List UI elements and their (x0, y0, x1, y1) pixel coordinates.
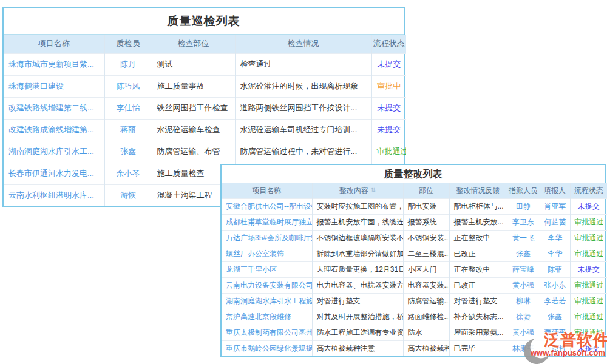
link-cell[interactable]: 龙湖三千里小区 (222, 261, 312, 277)
cell: 铁丝网围挡工作检查 (152, 97, 235, 119)
cell: 防腐管运输过程中，未对管进行... (235, 141, 371, 163)
cell: 电力电容器、电抗器安装方案... (312, 277, 403, 293)
link-cell[interactable]: 改建铁路成渝线增建第... (4, 119, 104, 141)
status-cell[interactable]: 未提交 (371, 53, 406, 75)
link-cell[interactable]: 徐贤 (507, 309, 540, 325)
cell: 不锈钢安装... (403, 230, 449, 246)
rectification-table: 项目名称整改内容⇅部位整改情况反馈指派人员填报人流程状态 安徽合肥供电公司--配… (222, 183, 607, 356)
table-row: 安徽合肥供电公司--配电设备...安装时应按施工图的布置，将...配电安装配电柜… (222, 198, 607, 214)
column-header: 整改情况反馈 (449, 183, 507, 198)
cell: 安装时应按施工图的布置，将... (312, 198, 403, 214)
cell: 检查通过 (235, 53, 371, 75)
link-cell[interactable]: 李华 (540, 230, 570, 246)
status-cell[interactable]: 未提交 (570, 261, 607, 277)
link-cell[interactable]: 田静 (507, 198, 540, 214)
cell: 路面维修检... (403, 309, 449, 325)
status-cell[interactable]: 未提交 (371, 97, 406, 119)
inspection-table-title: 质量巡检列表 (4, 8, 404, 35)
status-cell[interactable]: 审批通过 (570, 325, 607, 340)
cell: 配电柜柜体与... (449, 198, 507, 214)
link-cell[interactable]: 余小琴 (104, 163, 152, 184)
link-cell[interactable]: 游恢 (104, 184, 152, 206)
link-cell[interactable]: 螺丝厂办公室装饰 (222, 246, 312, 261)
table-row: 湖南洞庭湖水库引水工程施工标对管进行垫支防腐管运输...对管进行垫支柳琳李若若审… (222, 293, 607, 309)
rectification-table-title: 质量整改列表 (222, 165, 605, 183)
link-cell[interactable]: 李华 (540, 246, 570, 261)
link-cell[interactable]: 珠海鹤港口建设 (4, 75, 104, 97)
link-cell[interactable]: 改建铁路线增建第二线... (4, 97, 104, 119)
link-cell[interactable]: 陈菲 (540, 261, 570, 277)
link-cell[interactable]: 安徽合肥供电公司--配电设备... (222, 198, 312, 214)
link-cell[interactable]: 珠海市城市更新项目紫... (4, 53, 104, 75)
link-cell[interactable]: 湖南洞庭湖水库引水工... (4, 141, 104, 163)
status-cell[interactable]: 审批通过 (570, 277, 607, 293)
status-cell[interactable]: 未提交 (570, 340, 607, 356)
link-cell[interactable]: 湖南洞庭湖水库引水工程施工标 (222, 293, 312, 309)
link-cell[interactable]: 京沪高速北京段维修 (222, 309, 312, 325)
column-header: 流程状态 (371, 35, 406, 53)
column-header: 检查情况 (235, 35, 371, 53)
link-cell[interactable]: 何芷茵 (540, 214, 570, 230)
link-cell[interactable]: 陈巧凤 (104, 75, 152, 97)
status-cell[interactable]: 审批通过 (570, 309, 607, 325)
cell: 对其及时开展整治措施，桥头... (312, 309, 403, 325)
table-row: 云南电力设备安装有限公司20...电力电容器、电抗器安装方案...电容器安装..… (222, 277, 607, 293)
status-cell[interactable]: 审批通过 (570, 293, 607, 309)
column-header: 部位 (403, 183, 449, 198)
cell: 报警主机安放牢固，线缆连接... (312, 214, 403, 230)
link-cell[interactable]: 黄一飞 (507, 230, 540, 246)
table-row: 珠海鹤港口建设陈巧凤施工质量事故水泥砼灌注的时候，出现离析现象审批中 (4, 75, 406, 97)
link-cell[interactable]: 蒋丽 (104, 119, 152, 141)
link-cell[interactable]: 肖亚军 (540, 198, 570, 214)
cell: 已改正 (449, 246, 507, 261)
cell: 报警主机安放... (449, 214, 507, 230)
link-cell[interactable]: 黄小强 (507, 325, 540, 340)
cell: 小区大门 (403, 261, 449, 277)
link-cell[interactable]: 范思哲 (540, 340, 570, 356)
link-cell[interactable]: 柳琳 (507, 293, 540, 309)
status-cell[interactable]: 审批通过 (570, 246, 607, 261)
link-cell[interactable]: 张鑫 (104, 141, 152, 163)
cell: 屋面采用聚氨... (449, 325, 507, 340)
status-cell[interactable]: 未提交 (570, 198, 607, 214)
status-cell[interactable]: 审批中 (371, 75, 406, 97)
link-cell[interactable]: 张鑫 (540, 309, 570, 325)
quality-rectification-table-card: 质量整改列表 项目名称整改内容⇅部位整改情况反馈指派人员填报人流程状态 安徽合肥… (220, 164, 606, 357)
table-row: 螺丝厂办公室装饰拆除到承重墙部分请做好加固...二至三楼混...已改正张鑫李华审… (222, 246, 607, 261)
link-cell[interactable]: 成都杜甫草堂临时展厅独立展... (222, 214, 312, 230)
cell: 防水工程施工选调有专业资质... (312, 325, 403, 340)
link-cell[interactable]: 李若若 (540, 293, 570, 309)
link-cell[interactable]: 重庆市鹅岭公园绿化景观提升... (222, 340, 312, 356)
inspection-header-row: 项目名称质检员检查部位检查情况流程状态 (4, 35, 406, 53)
status-cell[interactable]: 未提交 (371, 119, 406, 141)
table-row: 京沪高速北京段维修对其及时开展整治措施，桥头...路面维修检...补齐缺失标志.… (222, 309, 607, 325)
status-cell[interactable]: 审批通过 (570, 214, 607, 230)
sort-icon[interactable]: ⇅ (371, 187, 376, 194)
column-header[interactable]: 整改内容⇅ (312, 183, 403, 198)
status-cell[interactable]: 审批通过 (371, 141, 406, 163)
status-cell[interactable]: 审批通过 (570, 230, 607, 246)
link-cell[interactable]: 李佳怡 (104, 97, 152, 119)
cell: 对管进行垫支 (312, 293, 403, 309)
link-cell[interactable]: 李卫东 (507, 214, 540, 230)
link-cell[interactable]: 董清平 (540, 325, 570, 340)
cell: 电容器安装... (403, 277, 449, 293)
link-cell[interactable]: 张鑫 (507, 246, 540, 261)
cell: 拆除到承重墙部分请做好加固... (312, 246, 403, 261)
link-cell[interactable]: 长春市伊通河水力发电... (4, 163, 104, 184)
cell: 对管进行垫支 (449, 293, 507, 309)
link-cell[interactable]: 林康平 (507, 340, 540, 356)
cell: 大理石质量更换，12月31日之... (312, 261, 403, 277)
link-cell[interactable]: 万达广场35#会所及咖啡厅空... (222, 230, 312, 246)
cell: 已完毕 (449, 340, 507, 356)
cell: 测试 (152, 53, 235, 75)
rectification-header-row: 项目名称整改内容⇅部位整改情况反馈指派人员填报人流程状态 (222, 183, 607, 198)
link-cell[interactable]: 薛宝峰 (507, 261, 540, 277)
link-cell[interactable]: 陈丹 (104, 53, 152, 75)
table-row: 湖南洞庭湖水库引水工...张鑫防腐管运输、布管防腐管运输过程中，未对管进行...… (4, 141, 406, 163)
link-cell[interactable]: 云南电力设备安装有限公司20... (222, 277, 312, 293)
link-cell[interactable]: 黄小强 (507, 277, 540, 293)
link-cell[interactable]: 云南水利枢纽潜明水库... (4, 184, 104, 206)
link-cell[interactable]: 重庆太极制药有限公司亳州中... (222, 325, 312, 340)
link-cell[interactable]: 张小东 (540, 277, 570, 293)
